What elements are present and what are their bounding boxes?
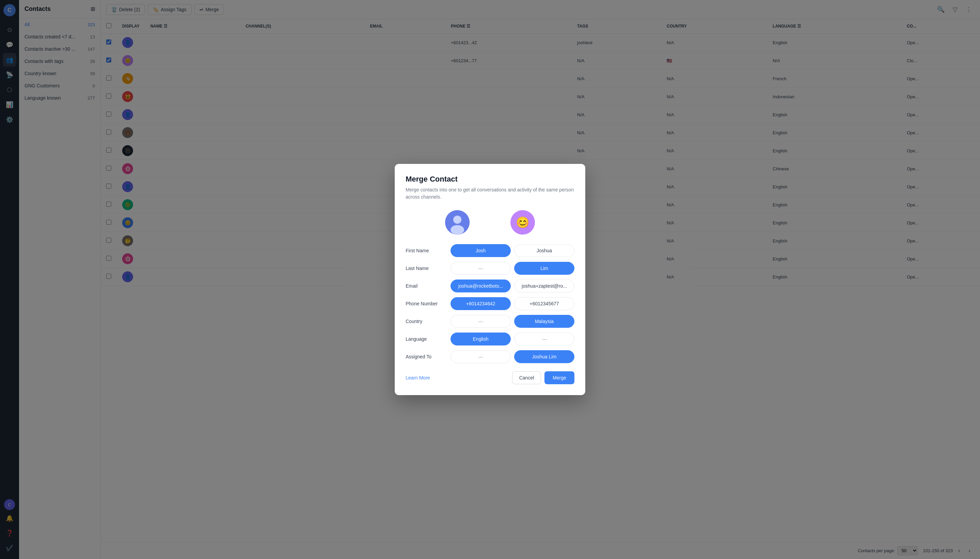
form-values: — Lim [451, 262, 574, 275]
form-values: Josh Joshua [451, 244, 574, 257]
value-btn-1[interactable]: Josh [451, 244, 511, 257]
form-label: Email [406, 283, 446, 289]
contact2-avatar: 😊 [511, 210, 535, 235]
form-row-phone-number: Phone Number +6014234642 +6012345677 [406, 297, 574, 310]
form-values: joshua@rocketbots... joshua+zaptest@ro..… [451, 280, 574, 293]
contact1-avatar [445, 210, 469, 235]
avatar-row: 😊 [406, 210, 574, 235]
modal-footer: Learn More Cancel Merge [406, 371, 574, 384]
form-values: — Malaysia [451, 315, 574, 328]
modal-overlay[interactable]: Merge Contact Merge contacts into one to… [0, 0, 980, 559]
form-values: English — [451, 332, 574, 346]
merge-confirm-button[interactable]: Merge [544, 371, 574, 384]
value-btn-1[interactable]: English [451, 332, 511, 346]
value-btn-2[interactable]: Malaysia [514, 315, 574, 328]
form-row-country: Country — Malaysia [406, 315, 574, 328]
form-row-language: Language English — [406, 332, 574, 346]
modal-title: Merge Contact [406, 175, 574, 184]
form-values: +6014234642 +6012345677 [451, 297, 574, 310]
form-label: Language [406, 336, 446, 342]
modal-fields-container: First Name Josh Joshua Last Name — Lim E… [406, 244, 574, 363]
form-label: Phone Number [406, 301, 446, 306]
value-btn-2[interactable]: joshua+zaptest@ro... [514, 280, 574, 293]
form-label: Last Name [406, 266, 446, 271]
value-btn-1[interactable]: +6014234642 [451, 297, 511, 310]
form-row-assigned-to: Assigned To — Joshua Lim [406, 350, 574, 363]
learn-more-link[interactable]: Learn More [406, 375, 430, 380]
form-label: First Name [406, 248, 446, 253]
form-label: Country [406, 319, 446, 324]
cancel-button[interactable]: Cancel [512, 371, 541, 384]
form-values: — Joshua Lim [451, 350, 574, 363]
merge-contact-modal: Merge Contact Merge contacts into one to… [395, 164, 585, 395]
svg-point-1 [453, 215, 461, 224]
value-btn-2[interactable]: Joshua [514, 244, 574, 257]
form-row-email: Email joshua@rocketbots... joshua+zaptes… [406, 280, 574, 293]
svg-point-2 [451, 225, 464, 235]
value-btn-2[interactable]: — [514, 332, 574, 346]
form-row-first-name: First Name Josh Joshua [406, 244, 574, 257]
footer-buttons: Cancel Merge [512, 371, 574, 384]
value-btn-1[interactable]: — [451, 262, 511, 275]
value-btn-1[interactable]: — [451, 350, 511, 363]
form-row-last-name: Last Name — Lim [406, 262, 574, 275]
value-btn-2[interactable]: Joshua Lim [514, 350, 574, 363]
value-btn-1[interactable]: joshua@rocketbots... [451, 280, 511, 293]
form-label: Assigned To [406, 354, 446, 359]
value-btn-2[interactable]: Lim [514, 262, 574, 275]
value-btn-2[interactable]: +6012345677 [514, 297, 574, 310]
value-btn-1[interactable]: — [451, 315, 511, 328]
modal-subtitle: Merge contacts into one to get all conve… [406, 186, 574, 201]
